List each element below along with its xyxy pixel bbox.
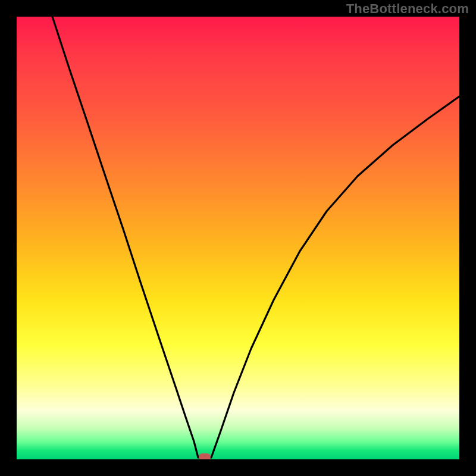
curve-path	[52, 17, 459, 458]
optimal-marker	[199, 453, 211, 459]
bottleneck-curve	[17, 17, 459, 459]
plot-area	[17, 17, 459, 459]
chart-frame: TheBottleneck.com	[0, 0, 476, 476]
watermark-text: TheBottleneck.com	[346, 1, 469, 17]
